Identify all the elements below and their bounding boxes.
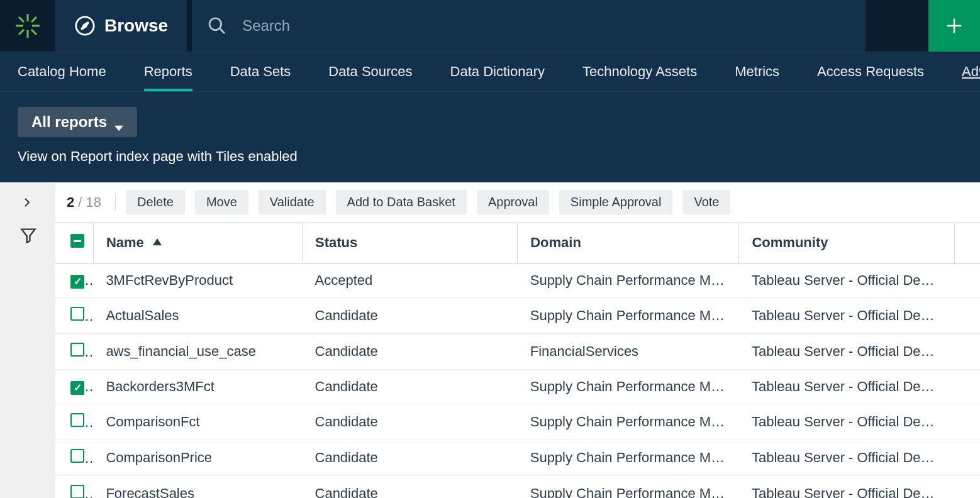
svg-marker-16 <box>153 238 162 245</box>
cell-name: ComparisonPrice <box>93 440 302 476</box>
browse-nav[interactable]: Browse <box>55 0 187 52</box>
move-button[interactable]: Move <box>195 190 248 214</box>
cell-domain: Supply Chain Performance Ma... <box>518 476 739 499</box>
column-name[interactable]: Name <box>93 223 302 263</box>
table-row[interactable]: Backorders3MFctCandidateSupply Chain Per… <box>55 370 980 404</box>
row-checkbox[interactable] <box>70 343 84 357</box>
delete-button[interactable]: Delete <box>126 190 185 214</box>
logo-icon <box>14 13 41 39</box>
cell-name: ForecastSales <box>93 476 302 499</box>
nav-tab-reports[interactable]: Reports <box>144 52 192 91</box>
create-button[interactable] <box>928 0 980 52</box>
app-logo[interactable] <box>0 0 55 52</box>
plus-icon <box>945 16 964 35</box>
cell-name: Backorders3MFct <box>93 370 302 404</box>
search-input[interactable] <box>242 17 850 35</box>
all-reports-dropdown[interactable]: All reports <box>18 107 137 137</box>
filter-icon[interactable] <box>19 226 36 243</box>
table-body: 3MFctRevByProductAcceptedSupply Chain Pe… <box>55 263 980 499</box>
cell-community: Tableau Server - Official Demo... <box>739 298 954 334</box>
row-checkbox[interactable] <box>70 381 84 395</box>
cell-name: 3MFctRevByProduct <box>93 263 302 298</box>
cell-domain: Supply Chain Performance Ma... <box>518 404 739 440</box>
select-all-checkbox[interactable] <box>70 234 84 248</box>
column-status-label: Status <box>315 235 357 250</box>
column-community-label: Community <box>752 235 828 250</box>
table-row[interactable]: ForecastSalesCandidateSupply Chain Perfo… <box>55 476 980 499</box>
cell-domain: Supply Chain Performance Ma... <box>518 440 739 476</box>
cell-status: Candidate <box>303 370 518 404</box>
cell-status: Candidate <box>303 440 518 476</box>
cell-community: Tableau Server - Official Demo... <box>739 476 954 499</box>
row-checkbox[interactable] <box>70 413 84 427</box>
svg-marker-15 <box>22 230 35 243</box>
validate-button[interactable]: Validate <box>259 190 326 214</box>
svg-point-10 <box>209 18 221 30</box>
svg-marker-14 <box>114 126 123 131</box>
cell-community: Tableau Server - Official Demo... <box>739 263 954 298</box>
nav-tabs: Catalog HomeReportsData SetsData Sources… <box>0 52 980 92</box>
cell-end <box>954 370 980 404</box>
nav-tab-data-sources[interactable]: Data Sources <box>328 52 412 91</box>
topbar-spacer <box>866 0 928 52</box>
table-row[interactable]: 3MFctRevByProductAcceptedSupply Chain Pe… <box>55 263 980 298</box>
column-end <box>954 223 980 263</box>
column-domain[interactable]: Domain <box>518 223 739 263</box>
simple-approval-button[interactable]: Simple Approval <box>559 190 673 214</box>
svg-line-4 <box>19 17 24 22</box>
cell-end <box>954 263 980 298</box>
cell-status: Accepted <box>303 263 518 298</box>
table-row[interactable]: ActualSalesCandidateSupply Chain Perform… <box>55 298 980 334</box>
expand-rail-icon[interactable] <box>19 195 36 211</box>
compass-icon <box>74 15 96 36</box>
subheader-note: View on Report index page with Tiles ena… <box>18 148 962 165</box>
left-rail <box>0 182 55 498</box>
cell-name: ActualSales <box>93 298 302 334</box>
sort-asc-icon <box>153 235 162 250</box>
row-checkbox[interactable] <box>70 449 84 463</box>
top-bar: Browse <box>0 0 980 52</box>
nav-tab-catalog-home[interactable]: Catalog Home <box>18 52 106 91</box>
cell-domain: Supply Chain Performance Ma... <box>518 370 739 404</box>
nav-tab-data-sets[interactable]: Data Sets <box>230 52 291 91</box>
nav-tab-access-requests[interactable]: Access Requests <box>817 52 924 91</box>
svg-marker-9 <box>81 22 88 29</box>
actions-holder: DeleteMoveValidateAdd to Data BasketAppr… <box>126 190 730 214</box>
cell-community: Tableau Server - Official Demo... <box>739 370 954 404</box>
count-sep: / <box>74 194 86 210</box>
approval-button[interactable]: Approval <box>477 190 549 214</box>
cell-status: Candidate <box>303 404 518 440</box>
row-checkbox[interactable] <box>70 485 84 498</box>
nav-tab-metrics[interactable]: Metrics <box>735 52 779 91</box>
vote-button[interactable]: Vote <box>682 190 730 214</box>
column-status[interactable]: Status <box>303 223 518 263</box>
cell-status: Candidate <box>303 334 518 370</box>
row-checkbox[interactable] <box>70 307 84 321</box>
nav-tab-data-dictionary[interactable]: Data Dictionary <box>450 52 545 91</box>
cell-end <box>954 440 980 476</box>
cell-end <box>954 404 980 440</box>
count-total: 18 <box>86 194 101 210</box>
search-bar[interactable] <box>192 0 866 52</box>
cell-community: Tableau Server - Official Demo... <box>739 404 954 440</box>
cell-status: Candidate <box>303 298 518 334</box>
nav-tab-technology-assets[interactable]: Technology Assets <box>582 52 697 91</box>
svg-line-7 <box>19 30 24 35</box>
header-checkbox-cell <box>55 223 93 263</box>
cell-status: Candidate <box>303 476 518 499</box>
table-row[interactable]: ComparisonPriceCandidateSupply Chain Per… <box>55 440 980 476</box>
main-content: 2 / 18 DeleteMoveValidateAdd to Data Bas… <box>0 182 980 498</box>
browse-title: Browse <box>104 16 168 36</box>
table-header-row: Name Status Domain Community <box>55 223 980 263</box>
svg-line-11 <box>220 28 225 33</box>
table-row[interactable]: ComparisonFctCandidateSupply Chain Perfo… <box>55 404 980 440</box>
table-row[interactable]: aws_financial_use_caseCandidateFinancial… <box>55 334 980 370</box>
row-checkbox[interactable] <box>70 275 84 289</box>
column-community[interactable]: Community <box>739 223 954 263</box>
nav-tab-advan[interactable]: Advan <box>962 52 980 91</box>
cell-end <box>954 476 980 499</box>
add-to-data-basket-button[interactable]: Add to Data Basket <box>336 190 467 214</box>
caret-down-icon <box>114 118 123 126</box>
all-reports-label: All reports <box>31 113 107 131</box>
reports-table: Name Status Domain Community 3MFctRevByP… <box>55 223 980 498</box>
